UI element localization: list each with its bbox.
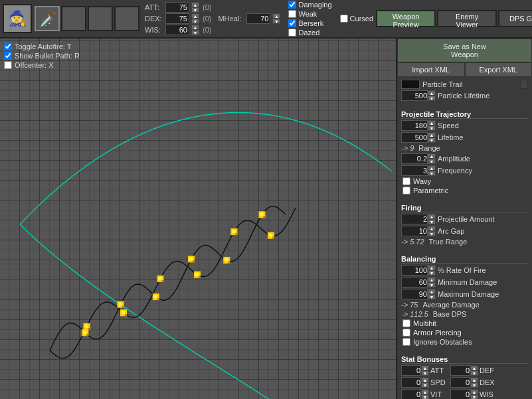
att-bonus-label: ATT: [430, 366, 449, 374]
top-bar: 🧙 🗡️ ATT: ▲ ▼ (0) DEX: ▲ ▼ (0): [0, 0, 532, 39]
multihit-checkbox[interactable]: [402, 319, 410, 327]
mheal-input[interactable]: [246, 13, 270, 24]
rate-of-fire-label: % Rate Of Fire: [438, 266, 528, 274]
wis-down[interactable]: ▼: [191, 30, 199, 35]
att-up[interactable]: ▲: [191, 2, 199, 7]
chk-cursed-label: Cursed: [350, 15, 373, 23]
offcenter-label[interactable]: Offcenter: X: [4, 61, 80, 69]
stat-att-def-row: ▲▼ ATT ▲▼ DEF: [401, 365, 528, 376]
wis-input[interactable]: [165, 25, 189, 35]
wavy-checkbox[interactable]: [402, 177, 410, 185]
true-range-derived: -> 5.72: [401, 238, 424, 246]
particle-lifetime-arrows[interactable]: ▲ ▼: [428, 90, 436, 101]
chk-berserk-input[interactable]: [288, 19, 296, 27]
particle-lifetime-down[interactable]: ▼: [428, 96, 436, 101]
weapon-slot-3[interactable]: [88, 6, 113, 31]
spd-bonus-input[interactable]: [401, 377, 421, 388]
wis-up[interactable]: ▲: [191, 25, 199, 30]
show-bullet-path-label[interactable]: Show Bullet Path: R: [4, 52, 80, 60]
dex-bonus-input[interactable]: [450, 377, 470, 388]
dex-derived: (0): [203, 15, 211, 23]
stats-block: ATT: ▲ ▼ (0) DEX: ▲ ▼ (0) WIS: ▲ ▼ (0): [145, 2, 211, 35]
mheal-down[interactable]: ▼: [272, 19, 280, 24]
dex-up[interactable]: ▲: [191, 13, 199, 19]
max-damage-row: ▲▼ Maximum Damage: [401, 289, 528, 299]
mheal-spinner[interactable]: ▲ ▼: [272, 13, 280, 24]
max-damage-label: Maximum Damage: [438, 290, 528, 298]
particle-trail-label: Particle Trail: [422, 80, 517, 88]
avg-damage-derived: -> 75: [401, 301, 418, 309]
stat-spd-dex-row: ▲▼ SPD ▲▼ DEX: [401, 377, 528, 388]
particle-lifetime-spinner: ▲ ▼: [401, 90, 436, 101]
chk-weak-label: Weak: [298, 10, 317, 18]
panel-xml-row: Import XML Export XML: [397, 62, 532, 77]
weapon-slot-1[interactable]: 🗡️: [35, 6, 60, 31]
panel-scrollbar[interactable]: [520, 80, 528, 89]
offcenter-checkbox[interactable]: [4, 61, 12, 69]
speed-input[interactable]: [401, 120, 428, 131]
att-input[interactable]: [165, 2, 189, 13]
vit-bonus-input[interactable]: [401, 389, 421, 399]
chk-berserk: Berserk: [288, 19, 331, 27]
max-damage-input[interactable]: [401, 289, 428, 299]
ignores-obstacles-checkbox[interactable]: [402, 338, 410, 346]
projectile-amount-row: ▲▼ Projectile Amount: [401, 214, 528, 224]
dex-row: DEX: ▲ ▼ (0): [145, 13, 211, 24]
main-layout: Toggle Autofire: T Show Bullet Path: R O…: [0, 39, 532, 399]
att-derived: (0): [203, 3, 211, 11]
chk-damaging-input[interactable]: [288, 1, 296, 9]
chk-damaging: Damaging: [288, 1, 331, 9]
min-damage-label: Minimum Damage: [438, 278, 528, 286]
particle-lifetime-label: Particle Lifetime: [438, 92, 528, 100]
frequency-label: Frequency: [438, 167, 528, 175]
att-label: ATT:: [145, 3, 163, 11]
show-bullet-path-checkbox[interactable]: [4, 52, 12, 60]
weapon-preview-btn[interactable]: Weapon Preview: [376, 10, 436, 27]
chk-weak: Weak: [288, 10, 331, 18]
wis-spinner[interactable]: ▲ ▼: [191, 25, 199, 35]
toggle-autofire-checkbox[interactable]: [4, 42, 12, 50]
projectile-amount-input[interactable]: [401, 214, 428, 224]
chk-dazed-input[interactable]: [288, 29, 296, 37]
dps-graph-btn[interactable]: DPS Graph: [498, 10, 532, 27]
particle-lifetime-row: ▲ ▼ Particle Lifetime: [401, 90, 528, 101]
dex-input[interactable]: [165, 13, 189, 24]
trajectory-canvas: [0, 39, 396, 399]
armor-piercing-checkbox[interactable]: [402, 329, 410, 337]
chk-weak-input[interactable]: [288, 10, 296, 18]
base-dps-row: -> 112.5 Base DPS: [401, 310, 528, 318]
chk-dazed: Dazed: [288, 29, 331, 37]
parametric-checkbox[interactable]: [402, 187, 410, 195]
export-xml-btn[interactable]: Export XML: [465, 62, 533, 77]
chk-cursed-input[interactable]: [340, 15, 348, 23]
true-range-row: -> 5.72 True Range: [401, 238, 528, 246]
ignores-obstacles-row: Ignores Obstacles: [401, 338, 528, 346]
save-new-weapon-btn[interactable]: Save as New Weapon: [397, 39, 532, 62]
att-spinner[interactable]: ▲ ▼: [191, 2, 199, 13]
amplitude-input[interactable]: [401, 153, 428, 164]
wis-derived: (0): [203, 26, 211, 34]
wis-bonus-input[interactable]: [450, 389, 470, 399]
frequency-input[interactable]: [401, 165, 428, 176]
weapon-slot-4[interactable]: [114, 6, 139, 31]
arc-gap-input[interactable]: [401, 226, 428, 236]
att-bonus-input[interactable]: [401, 365, 421, 376]
projectile-amount-label: Projectile Amount: [438, 215, 528, 223]
weapon-slot-2[interactable]: [61, 6, 86, 31]
particle-lifetime-input[interactable]: [401, 90, 428, 101]
trajectory-section: Projectile Trajectory ▲▼ Speed ▲▼ Lifeti…: [397, 105, 532, 199]
enemy-viewer-btn[interactable]: Enemy Viewer: [437, 10, 497, 27]
def-bonus-input[interactable]: [450, 365, 470, 376]
rate-of-fire-input[interactable]: [401, 265, 428, 276]
dex-down[interactable]: ▼: [191, 19, 199, 24]
stat-bonuses-header: Stat Bonuses: [401, 355, 528, 364]
particle-lifetime-up[interactable]: ▲: [428, 90, 436, 96]
mheal-up[interactable]: ▲: [272, 13, 280, 19]
toggle-autofire-label[interactable]: Toggle Autofire: T: [4, 42, 80, 50]
att-down[interactable]: ▼: [191, 7, 199, 13]
import-xml-btn[interactable]: Import XML: [397, 62, 465, 77]
lifetime-input[interactable]: [401, 132, 428, 143]
dex-spinner[interactable]: ▲ ▼: [191, 13, 199, 24]
min-damage-input[interactable]: [401, 277, 428, 287]
particle-color-swatch[interactable]: [401, 80, 420, 89]
